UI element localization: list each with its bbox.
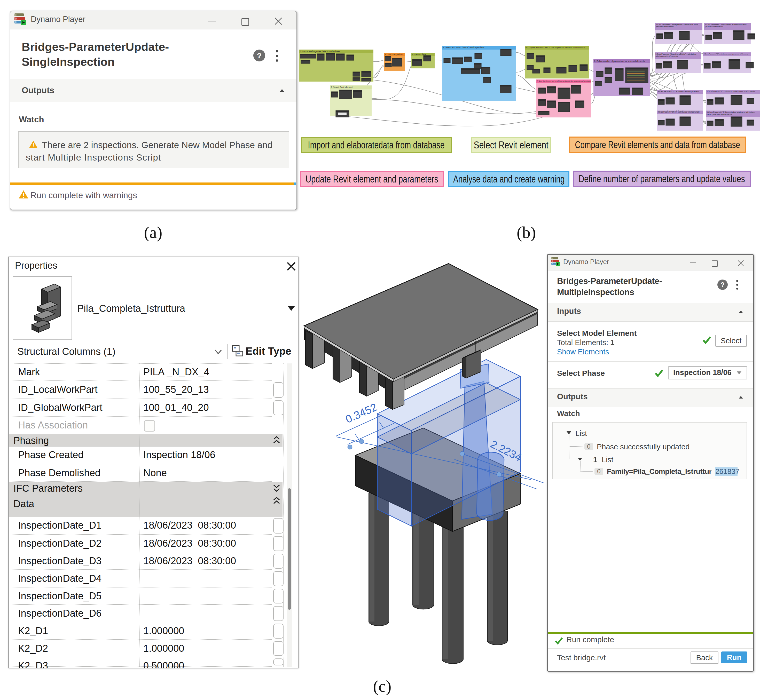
svg-text:9.Crea Parametri "DR_D" e attr: 9.Crea Parametri "DR_D" e attribuisce va… [658, 111, 700, 113]
svg-text:1. Import and organise data fr: 1. Import and organise data from databas… [300, 50, 340, 53]
svg-text:9.Crea Parametri "DataIspezion: 9.Crea Parametri "DataIspezione" e attri… [656, 24, 698, 26]
svg-text:9.Crea Parametri "G" e attribu: 9.Crea Parametri "G" e attribuisce valor… [704, 53, 748, 55]
svg-text:2. Select Revit element: 2. Select Revit element [331, 86, 353, 89]
svg-text:parametri all'elemento: parametri all'elemento [705, 25, 723, 28]
svg-text:9.Crea Parametri "K2" e attrib: 9.Crea Parametri "K2" e attribuisce valo… [707, 90, 755, 92]
svg-text:9.Crea Parametri "PS (pregiudi: 9.Crea Parametri "PS (pregiudica statica… [707, 111, 755, 113]
svg-text:valori parametri all'elemento: valori parametri all'elemento [655, 55, 679, 57]
svg-text:0.3452: 0.3452 [344, 401, 379, 425]
svg-text:4. Extract data: 4. Extract data [412, 53, 426, 56]
svg-text:9.Crea Parametri "DescrizioneD: 9.Crea Parametri "DescrizioneDifetto" e … [655, 53, 696, 55]
svg-text:valori parametri all'elemento: valori parametri all'elemento [707, 113, 732, 116]
svg-text:9.Crea Parametri "KL" e attrib: 9.Crea Parametri "KL" e attribuisce valo… [658, 91, 699, 93]
svg-text:5. Detect and select data of n: 5. Detect and select data of new inspect… [443, 47, 484, 49]
svg-text:9.Crea Parametri "CodiceDifett: 9.Crea Parametri "CodiceDifetto" e attri… [705, 24, 747, 25]
svg-text:parametri all'elemento: parametri all'elemento [656, 26, 674, 28]
svg-text:8. Define number of parameters: 8. Define number of parameters for selec… [594, 60, 645, 62]
svg-text:7. Copy the element to a new P: 7. Copy the element to a new Phase and d… [537, 80, 598, 82]
svg-text:6. Compare and select data of: 6. Compare and select data of new inspec… [525, 46, 585, 48]
svg-text:3. Data comparison: 3. Data comparison [384, 53, 403, 56]
